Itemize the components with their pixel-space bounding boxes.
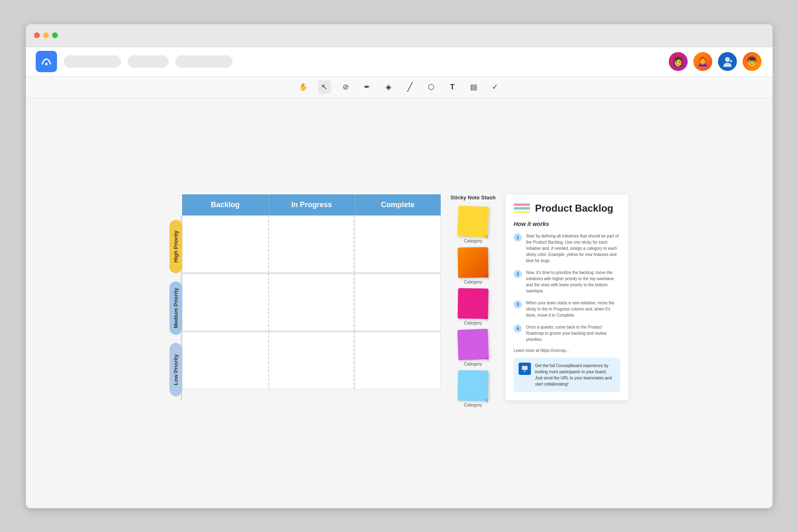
select-tool[interactable]: ↖ — [318, 80, 331, 94]
product-backlog-panel: Product Backlog How it works 1 Start by … — [505, 194, 629, 400]
sticky-label-orange: Category — [464, 279, 482, 284]
comment-tool[interactable]: ▤ — [467, 80, 480, 94]
step-num-3: 3 — [514, 300, 522, 308]
panel-header: Product Backlog — [514, 203, 620, 214]
svg-point-1 — [725, 57, 730, 62]
cell-low-inprogress — [268, 332, 354, 389]
logo-icon[interactable] — [36, 51, 57, 72]
nav-pill-2[interactable] — [128, 55, 169, 68]
grid-row-high — [182, 215, 441, 273]
step-3: 3 When your team starts a new initiative… — [514, 300, 620, 318]
how-it-works-heading: How it works — [514, 221, 620, 227]
row-labels: High Priority Medium Priority Low Priori… — [169, 216, 182, 400]
svg-marker-3 — [524, 371, 526, 372]
step-4: 4 Once a quarter, come back to the Produ… — [514, 324, 620, 342]
shape-tool[interactable]: ⬡ — [425, 80, 438, 94]
close-button[interactable] — [34, 32, 40, 38]
step-2: 2 Now, it's time to prioritize the backl… — [514, 269, 620, 294]
promo-icon — [519, 363, 531, 375]
bar-teal — [514, 207, 530, 210]
color-bars — [514, 203, 530, 213]
cell-high-backlog — [182, 215, 268, 273]
sticky-label-yellow: Category — [464, 238, 482, 243]
cell-low-backlog — [182, 332, 268, 389]
nav-left — [36, 51, 233, 72]
swimlane-board: High Priority Medium Priority Low Priori… — [169, 194, 441, 400]
maximize-button[interactable] — [52, 32, 58, 38]
grid-row-medium — [182, 274, 441, 331]
sticky-label-magenta: Category — [464, 361, 482, 366]
stash-title: Sticky Note Stash — [450, 194, 496, 201]
text-tool[interactable]: T — [446, 80, 459, 94]
step-num-1: 1 — [514, 233, 522, 242]
nav-pill-3[interactable] — [175, 55, 233, 68]
board-container: High Priority Medium Priority Low Priori… — [169, 194, 629, 411]
sticky-note-magenta[interactable] — [457, 329, 489, 361]
line-tool[interactable]: ╱ — [403, 80, 416, 94]
avatar-3[interactable] — [717, 51, 738, 72]
step-text-1: Start by defining all initiatives that s… — [526, 233, 620, 264]
high-priority-label: High Priority — [169, 220, 182, 273]
eraser-tool[interactable]: ⊘ — [339, 80, 352, 94]
svg-point-0 — [45, 63, 48, 65]
avatar-4[interactable]: 👦 — [741, 51, 763, 72]
board-grid: Backlog In Progress Complete — [182, 194, 441, 400]
medium-priority-label: Medium Priority — [169, 281, 182, 335]
promo-box: Get the full Conceptboard experience by … — [514, 358, 620, 392]
step-text-3: When your team starts a new initiative, … — [526, 300, 620, 318]
cell-low-complete — [354, 332, 441, 389]
step-text-2: Now, it's time to prioritize the backlog… — [526, 269, 620, 294]
col-header-inprogress: In Progress — [268, 194, 354, 215]
sticky-note-pink[interactable] — [457, 288, 488, 319]
low-priority-label: Low Priority — [169, 343, 182, 396]
col-header-complete: Complete — [354, 194, 441, 215]
sticky-stash: Sticky Note Stash Category Category Cate… — [450, 194, 496, 411]
browser-window: 👩 👩‍🦰 👦 ✋ ↖ ⊘ ✒ ◈ ╱ ⬡ T ▤ — [26, 24, 773, 508]
title-bar — [26, 24, 773, 47]
cell-high-complete — [354, 215, 441, 273]
bar-pink — [514, 203, 530, 206]
grid-row-low — [182, 332, 441, 389]
cell-medium-complete — [354, 274, 441, 331]
hand-tool[interactable]: ✋ — [297, 80, 310, 94]
note-tool[interactable]: ✓ — [489, 80, 502, 94]
avatar-2[interactable]: 👩‍🦰 — [692, 51, 713, 72]
marker-tool[interactable]: ◈ — [382, 80, 395, 94]
svg-rect-2 — [522, 366, 528, 370]
step-text-4: Once a quarter, come back to the Product… — [526, 324, 620, 342]
medium-priority-wrapper: Medium Priority — [169, 277, 182, 339]
nav-right: 👩 👩‍🦰 👦 — [668, 51, 763, 72]
low-priority-wrapper: Low Priority — [169, 339, 182, 400]
promo-text: Get the full Conceptboard experience by … — [535, 363, 615, 387]
traffic-lights — [34, 32, 58, 38]
col-header-backlog: Backlog — [182, 194, 268, 215]
learn-more: Learn more at https://concep... — [514, 348, 620, 353]
avatar-1[interactable]: 👩 — [668, 51, 689, 72]
column-headers: Backlog In Progress Complete — [182, 194, 441, 215]
sticky-note-orange[interactable] — [457, 247, 488, 278]
nav-pill-1[interactable] — [64, 55, 121, 68]
pen-tool[interactable]: ✒ — [361, 80, 374, 94]
panel-title: Product Backlog — [535, 203, 613, 214]
nav-bar: 👩 👩‍🦰 👦 — [26, 47, 773, 77]
step-num-2: 2 — [514, 270, 522, 278]
sticky-note-blue[interactable] — [457, 370, 488, 401]
high-priority-wrapper: High Priority — [169, 216, 182, 277]
sticky-label-blue: Category — [464, 402, 482, 407]
cell-high-inprogress — [268, 215, 354, 273]
minimize-button[interactable] — [43, 32, 49, 38]
sticky-label-pink: Category — [464, 320, 482, 325]
sticky-note-yellow[interactable] — [457, 206, 489, 237]
bar-yellow — [514, 211, 530, 213]
step-1: 1 Start by defining all initiatives that… — [514, 233, 620, 264]
cell-medium-inprogress — [268, 274, 354, 331]
cell-medium-backlog — [182, 274, 268, 331]
canvas-area: High Priority Medium Priority Low Priori… — [26, 98, 773, 508]
step-num-4: 4 — [514, 324, 522, 333]
toolbar: ✋ ↖ ⊘ ✒ ◈ ╱ ⬡ T ▤ ✓ — [26, 77, 773, 98]
